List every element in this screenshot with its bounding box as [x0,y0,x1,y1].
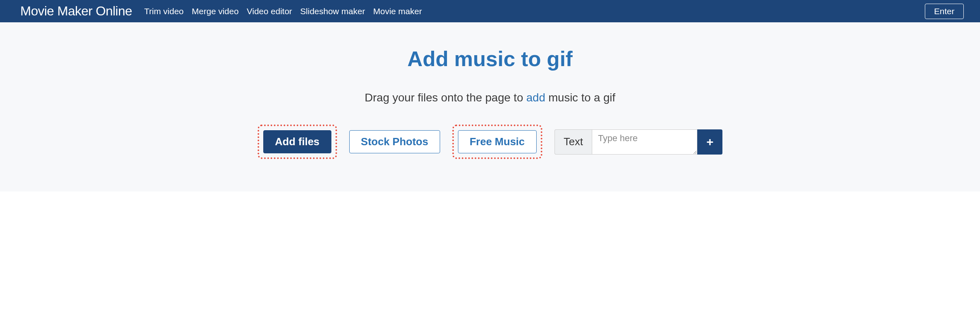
free-music-highlight: Free Music [452,125,542,159]
text-input-group: Text + [554,129,723,155]
subtitle-post: music to a gif [545,91,615,104]
add-text-button[interactable]: + [697,129,722,155]
nav-slideshow-maker[interactable]: Slideshow maker [300,6,365,16]
plus-icon: + [706,135,714,149]
hero-section: Add music to gif Drag your files onto th… [0,22,980,192]
nav-merge-video[interactable]: Merge video [192,6,239,16]
stock-photos-button[interactable]: Stock Photos [349,130,440,153]
nav-trim-video[interactable]: Trim video [144,6,184,16]
page-title: Add music to gif [0,47,980,71]
text-label: Text [554,129,592,155]
free-music-button[interactable]: Free Music [458,130,537,153]
controls-row: Add files Stock Photos Free Music Text + [0,125,980,159]
enter-button[interactable]: Enter [925,4,964,19]
nav-movie-maker[interactable]: Movie maker [373,6,422,16]
subtitle-pre: Drag your files onto the page to [365,91,526,104]
text-input[interactable] [592,129,697,155]
nav-links: Trim video Merge video Video editor Slid… [144,6,925,16]
navbar: Movie Maker Online Trim video Merge vide… [0,0,980,22]
nav-video-editor[interactable]: Video editor [247,6,292,16]
add-link[interactable]: add [527,91,546,104]
brand-logo[interactable]: Movie Maker Online [20,4,132,19]
content-area [0,192,980,331]
subtitle: Drag your files onto the page to add mus… [0,91,980,104]
add-files-button[interactable]: Add files [263,130,331,153]
add-files-highlight: Add files [258,125,337,159]
